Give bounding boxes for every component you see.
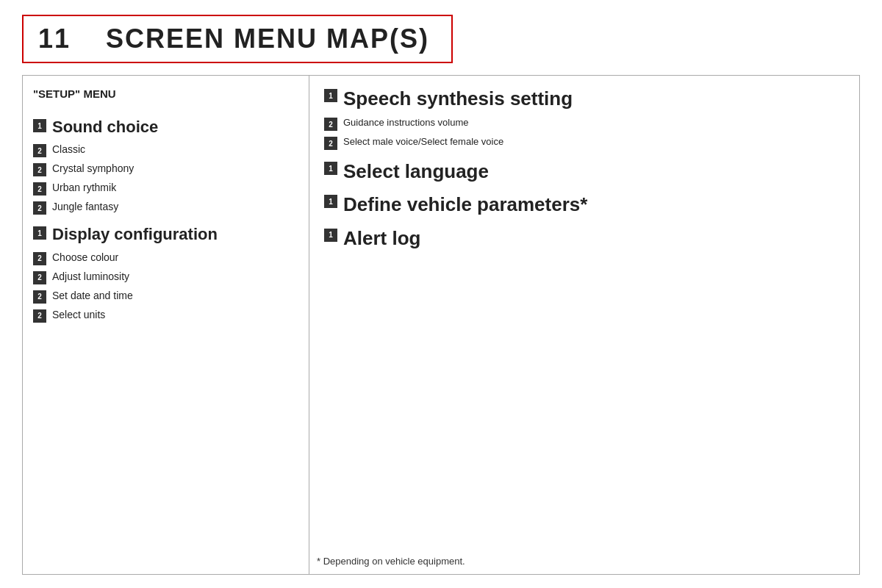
badge-guidance-vol: 2 xyxy=(324,118,337,131)
adjust-luminosity-label: Adjust luminosity xyxy=(52,270,129,284)
display-config-label: Display configuration xyxy=(52,225,218,244)
speech-synthesis-section: 1 Speech synthesis setting 2 Guidance in… xyxy=(324,87,847,150)
alert-log-label: Alert log xyxy=(343,227,420,250)
urban-label: Urban rythmik xyxy=(52,181,116,196)
badge-choose-colour: 2 xyxy=(33,252,46,265)
badge-select-units: 2 xyxy=(33,309,46,323)
define-vehicle-label: Define vehicle parameters* xyxy=(343,193,587,216)
select-units-item: 2 Select units xyxy=(33,308,297,323)
badge-set-date-time: 2 xyxy=(33,290,46,304)
badge-define-vehicle: 1 xyxy=(324,195,337,208)
crystal-item: 2 Crystal symphony xyxy=(33,162,297,176)
select-language-label: Select language xyxy=(343,160,489,183)
select-voice-item: 2 Select male voice/Select female voice xyxy=(324,135,847,150)
define-vehicle-item: 1 Define vehicle parameters* xyxy=(324,193,847,216)
set-date-time-label: Set date and time xyxy=(52,289,133,304)
adjust-luminosity-item: 2 Adjust luminosity xyxy=(33,270,297,284)
guidance-vol-label: Guidance instructions volume xyxy=(343,116,469,129)
sound-choice-item: 1 Sound choice xyxy=(33,118,297,137)
urban-item: 2 Urban rythmik xyxy=(33,181,297,196)
badge-adjust-luminosity: 2 xyxy=(33,271,46,284)
chapter-title: SCREEN MENU MAP(S) xyxy=(106,24,429,54)
badge-display-config: 1 xyxy=(33,226,46,240)
setup-menu-label: "SETUP" MENU xyxy=(33,87,297,104)
page-container: 11 SCREEN MENU MAP(S) "SETUP" MENU 1 Sou… xyxy=(0,0,882,588)
badge-sound-choice: 1 xyxy=(33,119,46,132)
choose-colour-label: Choose colour xyxy=(52,251,118,265)
footnote: * Depending on vehicle equipment. xyxy=(317,556,465,567)
right-column: 1 Speech synthesis setting 2 Guidance in… xyxy=(309,76,859,574)
chapter-number: 11 xyxy=(38,24,71,54)
crystal-label: Crystal symphony xyxy=(52,162,134,176)
select-units-label: Select units xyxy=(52,308,105,323)
left-column: "SETUP" MENU 1 Sound choice 2 Classic 2 … xyxy=(23,76,309,574)
speech-synthesis-label: Speech synthesis setting xyxy=(343,87,573,110)
display-config-section: 1 Display configuration 2 Choose colour … xyxy=(33,225,297,322)
jungle-item: 2 Jungle fantasy xyxy=(33,200,297,215)
sound-choice-label: Sound choice xyxy=(52,118,158,137)
select-language-item: 1 Select language xyxy=(324,160,847,183)
alert-log-section: 1 Alert log xyxy=(324,227,847,250)
badge-classic: 2 xyxy=(33,144,46,157)
sound-choice-section: 1 Sound choice 2 Classic 2 Crystal symph… xyxy=(33,118,297,215)
jungle-label: Jungle fantasy xyxy=(52,200,118,215)
choose-colour-item: 2 Choose colour xyxy=(33,251,297,265)
classic-label: Classic xyxy=(52,143,85,157)
badge-select-voice: 2 xyxy=(324,137,337,150)
content-area: "SETUP" MENU 1 Sound choice 2 Classic 2 … xyxy=(22,75,860,575)
badge-crystal: 2 xyxy=(33,163,46,176)
classic-item: 2 Classic xyxy=(33,143,297,157)
display-config-item: 1 Display configuration xyxy=(33,225,297,244)
select-voice-label: Select male voice/Select female voice xyxy=(343,135,503,148)
title-box: 11 SCREEN MENU MAP(S) xyxy=(22,15,453,63)
badge-select-language: 1 xyxy=(324,162,337,175)
badge-jungle: 2 xyxy=(33,201,46,215)
speech-synthesis-item: 1 Speech synthesis setting xyxy=(324,87,847,110)
alert-log-item: 1 Alert log xyxy=(324,227,847,250)
badge-alert-log: 1 xyxy=(324,229,337,242)
badge-speech-synthesis: 1 xyxy=(324,89,337,102)
define-vehicle-section: 1 Define vehicle parameters* xyxy=(324,193,847,216)
badge-urban: 2 xyxy=(33,182,46,196)
select-language-section: 1 Select language xyxy=(324,160,847,183)
guidance-vol-item: 2 Guidance instructions volume xyxy=(324,116,847,131)
set-date-time-item: 2 Set date and time xyxy=(33,289,297,304)
page-title: 11 SCREEN MENU MAP(S) xyxy=(38,24,429,54)
